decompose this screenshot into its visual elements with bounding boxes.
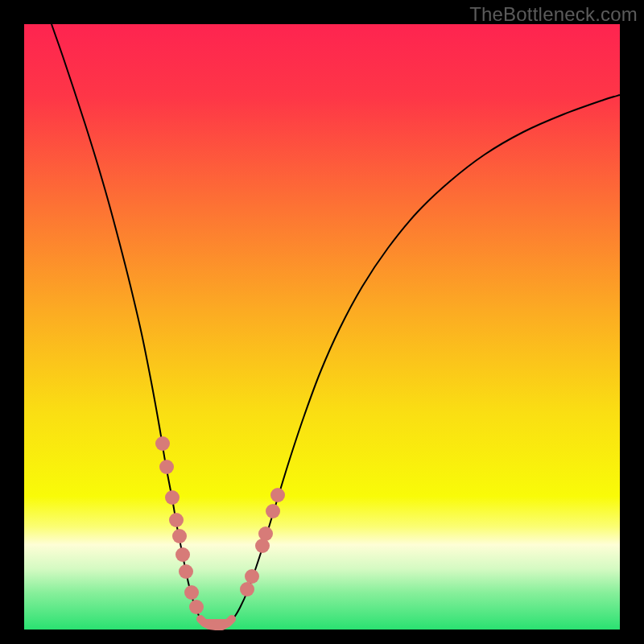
data-marker (169, 513, 184, 527)
data-marker (165, 490, 180, 505)
data-marker (172, 529, 187, 543)
data-marker (258, 526, 273, 541)
bottleneck-curve (52, 24, 620, 626)
data-marker (175, 547, 190, 562)
data-marker (240, 582, 254, 597)
data-marker (245, 569, 259, 584)
data-marker (159, 460, 174, 474)
curve-svg (24, 24, 620, 630)
data-marker (184, 585, 199, 600)
plot-area (24, 24, 620, 630)
outer-frame: TheBottleneck.com (0, 0, 644, 644)
data-marker (266, 504, 280, 518)
data-marker (270, 488, 285, 502)
watermark-text: TheBottleneck.com (469, 3, 638, 26)
data-marker (189, 600, 204, 614)
data-marker (179, 564, 193, 579)
data-marker (155, 436, 170, 451)
markers-left-branch (155, 436, 204, 614)
markers-right-branch (240, 488, 285, 597)
curve-minimum-blob (200, 619, 232, 626)
